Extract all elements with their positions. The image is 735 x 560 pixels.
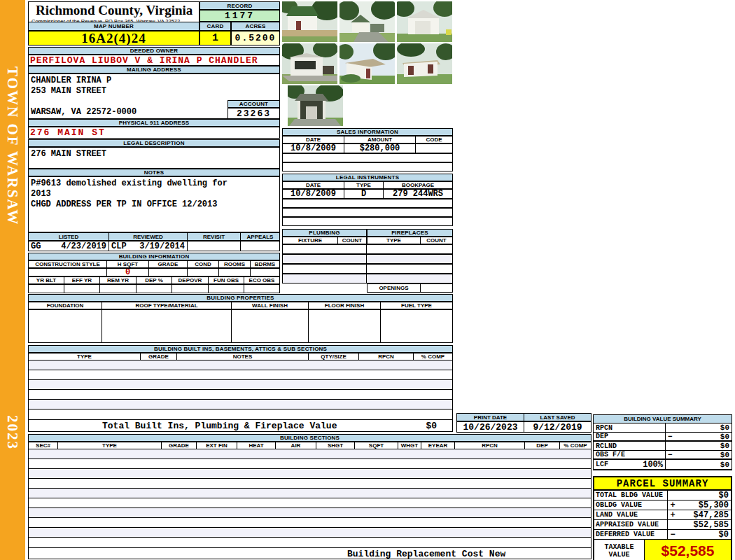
ext-fin-label: EXT FIN — [197, 442, 237, 449]
taxable-value-row: TAXABLE VALUE $52,585 — [594, 540, 731, 560]
instrument-bookpage-label: BOOKPAGE — [384, 182, 452, 188]
sales-empty-row — [282, 162, 453, 172]
built-in-comp-label: % COMP — [414, 354, 452, 360]
last-saved-label: LAST SAVED — [524, 414, 591, 421]
property-photo-2 — [340, 1, 395, 42]
reviewed-by: CLP — [111, 241, 127, 251]
account-number: 23263 — [227, 108, 280, 119]
account-label: ACCOUNT — [227, 100, 280, 108]
built-ins-header-row: TYPE GRADE NOTES QTY/SIZE RPCN % COMP — [28, 353, 453, 360]
construction-style-value — [29, 269, 107, 276]
total-bldg-value: $0 — [678, 491, 731, 500]
empty-row — [29, 498, 591, 508]
wall-finish-label: WALL FINISH — [232, 302, 309, 309]
plumbing-fireplace-row — [282, 244, 453, 254]
empty-row — [29, 360, 452, 370]
plumbing-fireplace-row — [282, 274, 453, 284]
empty-row — [29, 380, 452, 390]
notes-line-3: CHGD ADDRESS PER TP IN OFFICE 12/2013 — [31, 200, 279, 210]
empty-row — [29, 508, 591, 518]
land-value-label: LAND VALUE — [594, 510, 668, 519]
print-date-value: 10/26/2023 — [457, 422, 524, 432]
print-info-value-row: 10/26/2023 9/12/2019 — [456, 421, 592, 433]
card-value: 1 — [200, 31, 231, 46]
fireplaces-label: FIREPLACES — [367, 229, 453, 237]
listed-by: GG — [31, 241, 41, 251]
revisit-label: REVISIT — [188, 233, 241, 240]
rem-yr-label: REM YR — [100, 277, 136, 284]
acres-label: ACRES — [231, 22, 280, 31]
sales-empty-row — [282, 153, 453, 162]
building-sections-header-row: SEC# TYPE GRADE EXT FIN HEAT AIR SHGT SQ… — [28, 442, 592, 449]
property-photo-7 — [288, 85, 343, 126]
sales-amount-label: AMOUNT — [344, 136, 416, 143]
plumbing-label: PLUMBING — [282, 229, 367, 237]
rooms-value — [219, 269, 251, 276]
fun-obs-label: FUN OBS — [209, 277, 244, 284]
dep-pct-label: DEP % — [136, 277, 172, 284]
obldg-value: $5,300 — [678, 500, 731, 510]
property-record-card: TOWN OF WARSAW 2023 Richmond County, Vir… — [0, 0, 735, 560]
bvs-lcf-label: LCF — [596, 461, 608, 468]
hsqft-label: H SQFT — [107, 261, 149, 267]
print-info-header-row: PRINT DATE LAST SAVED — [456, 413, 592, 421]
fuel-type-label: FUEL TYPE — [381, 302, 452, 309]
sale-date: 10/8/2009 — [283, 144, 344, 153]
land-value: $47,285 — [678, 510, 731, 519]
empty-row — [29, 459, 591, 469]
empty-row — [29, 390, 452, 400]
physical-address-label: PHYSICAL 911 ADDRESS — [28, 119, 280, 127]
building-info-values2 — [28, 284, 280, 293]
appraised-value-label: APPRAISED VALUE — [594, 520, 668, 529]
built-ins-total-value: $0 — [426, 421, 452, 431]
empty-row — [29, 518, 591, 528]
plumbing-fireplace-row — [282, 254, 453, 264]
bvs-row: DEP −$0 — [594, 433, 732, 442]
built-in-qty-label: QTY/SIZE — [309, 354, 359, 360]
building-info-values1: 0 — [28, 268, 280, 276]
empty-row — [29, 469, 591, 479]
building-value-summary: BUILDING VALUE SUMMARY RPCN $0 DEP −$0 R… — [593, 414, 732, 470]
bvs-lcf-value: $0 — [720, 461, 729, 469]
property-photo-3 — [397, 1, 452, 42]
fixture-label: FIXTURE — [283, 237, 338, 244]
fireplace-type-label: TYPE — [368, 237, 421, 244]
listed-date: 4/23/2019 — [61, 241, 106, 251]
building-properties-label: BUILDING PROPERTIES — [28, 294, 453, 302]
footer-row: Building Replacement Cost New — [28, 547, 592, 559]
review-value-row: GG 4/23/2019 CLP 3/19/2014 — [28, 241, 280, 251]
legal-instruments-label: LEGAL INSTRUMENTS — [282, 174, 453, 181]
empty-row — [29, 489, 591, 498]
reviewed-label: REVIEWED — [109, 233, 188, 240]
deeded-owner-name: PERFILOVA LIUBOV V & IRINA P CHANDLER — [28, 55, 280, 66]
instrument-type: D — [344, 190, 384, 198]
sales-data-row: 10/8/2009 $280,000 — [282, 144, 453, 153]
record-number: 1177 — [200, 10, 280, 22]
mailing-line-2: 253 MAIN STREET — [31, 86, 279, 97]
instrument-date: 10/8/2009 — [283, 190, 344, 198]
taxable-value: $52,585 — [645, 540, 731, 560]
whgt-label: WHGT — [398, 442, 421, 449]
last-saved-value: 9/12/2019 — [524, 422, 591, 432]
floor-finish-label: FLOOR FINISH — [309, 302, 381, 309]
card-label: CARD — [200, 22, 231, 31]
fireplaces-header-row: TYPE COUNT — [367, 237, 453, 244]
legal-description-label: LEGAL DESCRIPTION — [28, 139, 280, 147]
empty-row — [29, 400, 452, 410]
instrument-empty-row — [282, 208, 453, 217]
empty-row — [29, 370, 452, 380]
deeded-owner-label: DEEDED OWNER — [28, 47, 280, 55]
property-photo-4 — [282, 43, 337, 84]
notes-line-1: P#9613 demolished existing dwelling for — [31, 178, 279, 189]
section-rpcn-label: RPCN — [455, 442, 525, 449]
building-information-label: BUILDING INFORMATION — [28, 253, 280, 260]
obldg-value-label: OBLDG VALUE — [594, 500, 668, 510]
heat-label: HEAT — [237, 442, 276, 449]
built-ins-total-label: Total Built Ins, Plumbing & Fireplace Va… — [29, 421, 337, 431]
parcel-op: + — [668, 500, 678, 510]
fixture-count-label: COUNT — [338, 237, 366, 244]
appeals-value — [241, 241, 279, 251]
physical-address-value: 276 MAIN ST — [28, 127, 280, 139]
parcel-summary: PARCEL SUMMARY TOTAL BLDG VALUE $0 OBLDG… — [593, 476, 732, 560]
eco-obs-label: ECO OBS — [244, 277, 279, 284]
